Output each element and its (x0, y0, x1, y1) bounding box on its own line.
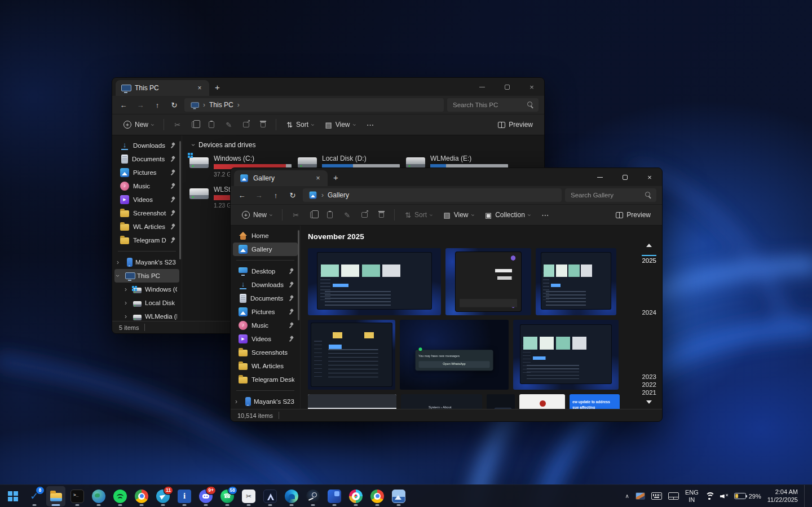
copy-button[interactable] (187, 118, 202, 131)
gallery-thumbnail[interactable] (308, 394, 396, 409)
sidebar-item[interactable]: Screenshots (233, 346, 298, 359)
tab-this-pc[interactable]: This PC × (116, 80, 209, 96)
taskbar-start-button[interactable] (3, 486, 23, 506)
taskbar-todo-button[interactable]: 8 (25, 486, 44, 506)
gallery-thumbnail[interactable]: ew update to addresssue affectingrganiza… (570, 394, 620, 409)
taskbar-spotify-button[interactable] (111, 486, 130, 506)
up-button[interactable]: ↑ (269, 188, 283, 202)
gallery-thumbnail[interactable] (519, 394, 565, 409)
tab-close-icon[interactable]: × (313, 173, 323, 183)
new-tab-button[interactable]: + (215, 82, 220, 92)
forward-button[interactable]: → (252, 188, 266, 202)
share-button[interactable] (239, 119, 254, 130)
search-box[interactable] (565, 188, 656, 202)
tree-item[interactable]: This PC (114, 269, 179, 283)
rename-button[interactable]: ✎ (339, 209, 355, 222)
more-button[interactable]: ⋯ (362, 118, 378, 131)
close-button[interactable]: × (519, 78, 544, 96)
tree-item[interactable]: Mayank's S23 (233, 395, 298, 408)
taskbar-telegram-button[interactable]: 11 (153, 486, 173, 506)
preview-button[interactable]: Preview (493, 118, 537, 131)
taskbar-a-app-button[interactable] (261, 486, 280, 506)
clock[interactable]: 2:04 AM11/22/2025 (767, 488, 798, 503)
taskbar-whatsapp-button[interactable]: 58 (218, 486, 237, 506)
view-button[interactable]: ▤View› (320, 118, 359, 131)
minimize-button[interactable] (470, 78, 495, 96)
taskbar-chrome-2-button[interactable] (368, 486, 387, 506)
sidebar-item[interactable]: Documents (233, 292, 298, 305)
delete-button[interactable] (256, 119, 270, 130)
hidden-icons-chevron[interactable]: ∧ (625, 493, 629, 499)
sort-button[interactable]: ⇅Sort› (282, 118, 318, 131)
refresh-button[interactable]: ↻ (286, 188, 299, 202)
sidebar-item[interactable]: WL Articles (114, 220, 179, 233)
sidebar-item[interactable]: Documents (114, 152, 179, 166)
sidebar-item[interactable]: Telegram Deskt (114, 233, 179, 247)
show-desktop-button[interactable] (804, 485, 806, 507)
cut-button[interactable]: ✂ (170, 118, 185, 131)
new-button[interactable]: +New› (237, 208, 276, 222)
cut-button[interactable]: ✂ (288, 209, 303, 222)
sort-button[interactable]: ⇅Sort› (400, 208, 436, 222)
gallery-thumbnail[interactable] (513, 320, 619, 390)
year-marker[interactable]: 2022 (642, 381, 656, 388)
sidebar-item[interactable]: Telegram Desktop (233, 373, 298, 386)
refresh-button[interactable]: ↻ (167, 98, 181, 112)
gallery-thumbnail[interactable]: System › About (401, 394, 482, 409)
paste-button[interactable] (204, 118, 219, 131)
breadcrumb[interactable]: › Gallery (303, 188, 562, 202)
taskbar-chrome-button[interactable] (132, 486, 151, 506)
scroll-down-icon[interactable] (646, 400, 652, 404)
taskbar-terminal-button[interactable] (68, 486, 87, 506)
sidebar-item[interactable]: Pictures (233, 305, 298, 319)
touchpad-icon[interactable] (668, 492, 679, 500)
chevron-icon[interactable] (125, 285, 130, 293)
taskbar-snipping-tool-button[interactable] (239, 486, 258, 506)
sidebar-item[interactable]: Music (233, 319, 298, 332)
copy-button[interactable] (306, 209, 320, 221)
sidebar-item[interactable]: Screenshots (114, 206, 179, 220)
sidebar-item[interactable]: Videos (114, 193, 179, 206)
scroll-up-icon[interactable] (646, 244, 652, 247)
close-button[interactable]: × (637, 168, 662, 186)
taskbar-blue-app-button[interactable] (325, 486, 344, 506)
chevron-icon[interactable] (235, 398, 241, 405)
taskbar-discord-button[interactable]: 9+ (196, 486, 215, 506)
tray-app-icon[interactable] (636, 492, 645, 500)
taskbar-edge-button[interactable] (282, 486, 301, 506)
gallery-thumbnail[interactable] (308, 320, 395, 390)
paste-button[interactable] (323, 209, 337, 221)
view-button[interactable]: ▤View› (439, 208, 478, 222)
maximize-button[interactable] (495, 78, 519, 96)
volume-muted-icon[interactable] (720, 493, 728, 500)
delete-button[interactable] (374, 209, 389, 221)
gallery-thumbnail[interactable]: You may have new messagesOpen WhatsApp (400, 320, 509, 390)
back-button[interactable]: ← (117, 98, 130, 112)
up-button[interactable]: ↑ (151, 98, 164, 112)
sidebar-scrollbar[interactable] (179, 141, 181, 259)
gallery-thumbnail[interactable] (308, 248, 441, 315)
tree-item[interactable]: Mayank's S23 (114, 255, 179, 269)
language-indicator[interactable]: ENGIN (685, 489, 699, 503)
back-button[interactable]: ← (235, 188, 249, 202)
maximize-button[interactable] (612, 168, 637, 186)
tree-item[interactable]: Windows (C:) (114, 283, 179, 296)
tree-item[interactable]: Local Disk (D:) (114, 296, 179, 310)
gallery-thumbnail[interactable] (487, 394, 515, 409)
taskbar-file-explorer-button[interactable] (46, 486, 65, 506)
sidebar-item[interactable]: Music (114, 179, 179, 193)
rename-button[interactable]: ✎ (221, 118, 236, 131)
share-button[interactable] (357, 209, 372, 221)
sidebar-scrollbar[interactable] (298, 230, 299, 320)
sidebar-item[interactable]: Gallery (233, 243, 298, 256)
new-tab-button[interactable]: + (333, 173, 338, 182)
taskbar-steam-button[interactable] (303, 486, 323, 506)
year-marker[interactable]: 2021 (642, 389, 656, 396)
collection-button[interactable]: ▣Collection› (480, 208, 535, 222)
year-marker[interactable]: 2025 (642, 255, 656, 264)
gallery-thumbnail[interactable] (445, 248, 531, 315)
taskbar-globe-app-button[interactable] (89, 486, 108, 506)
breadcrumb[interactable]: › This PC › (184, 98, 444, 112)
group-header[interactable]: Devices and drives (192, 141, 544, 149)
year-marker[interactable]: 2023 (642, 373, 656, 380)
